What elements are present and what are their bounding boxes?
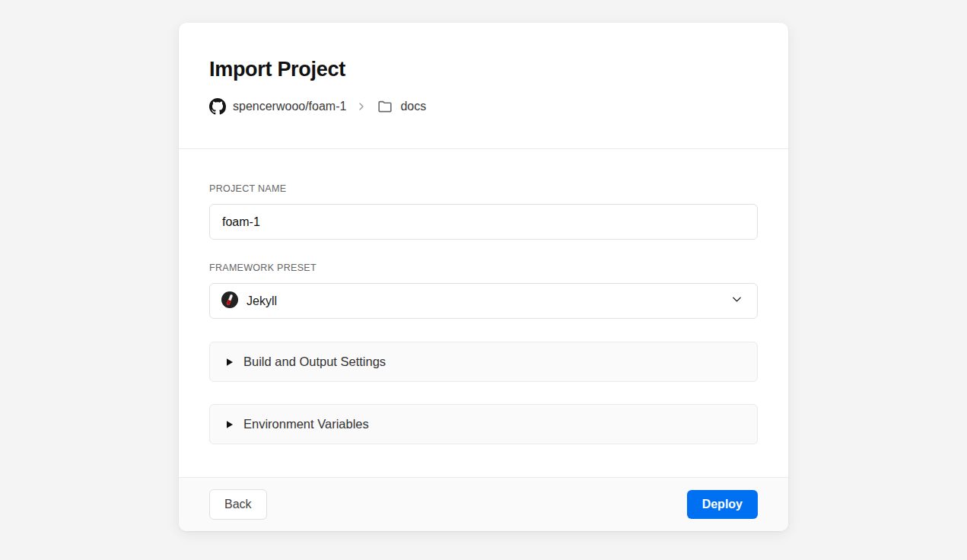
- project-name-group: PROJECT NAME: [209, 183, 758, 240]
- framework-preset-select[interactable]: Jekyll: [209, 283, 758, 319]
- dialog-footer: Back Deploy: [179, 477, 788, 531]
- framework-preset-label: FRAMEWORK PRESET: [209, 262, 758, 273]
- import-project-dialog: Import Project spencerwooo/foam-1 docs: [179, 23, 788, 531]
- framework-preset-group: FRAMEWORK PRESET Jekyll: [209, 262, 758, 319]
- dialog-body: PROJECT NAME FRAMEWORK PRESET: [179, 149, 788, 477]
- deploy-button[interactable]: Deploy: [687, 490, 758, 519]
- project-name-input[interactable]: [209, 204, 758, 240]
- project-name-label: PROJECT NAME: [209, 183, 758, 194]
- breadcrumb-repo: spencerwooo/foam-1: [233, 100, 346, 113]
- chevron-right-icon: [355, 100, 367, 113]
- build-output-settings-toggle[interactable]: Build and Output Settings: [209, 342, 758, 382]
- disclosure-triangle-icon: [226, 420, 234, 429]
- section-label: Build and Output Settings: [243, 355, 386, 369]
- jekyll-icon: [221, 291, 239, 312]
- framework-preset-value: Jekyll: [247, 294, 277, 308]
- breadcrumb: spencerwooo/foam-1 docs: [209, 98, 758, 115]
- page-title: Import Project: [209, 58, 758, 81]
- section-label: Environment Variables: [243, 417, 369, 431]
- disclosure-triangle-icon: [226, 358, 234, 367]
- dialog-header: Import Project spencerwooo/foam-1 docs: [179, 23, 788, 149]
- github-icon: [209, 98, 226, 115]
- breadcrumb-directory: docs: [400, 100, 426, 113]
- back-button[interactable]: Back: [209, 489, 267, 520]
- environment-variables-toggle[interactable]: Environment Variables: [209, 404, 758, 444]
- folder-icon: [377, 98, 393, 115]
- chevron-down-icon: [730, 292, 744, 310]
